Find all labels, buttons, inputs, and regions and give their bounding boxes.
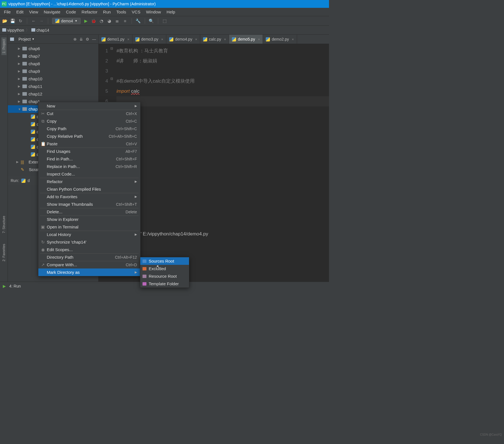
- pycharm-icon: PC: [2, 1, 7, 6]
- titlebar: PC vippython [E:\vippython] - ...\chap14…: [0, 0, 329, 8]
- run-label: Run:: [11, 178, 19, 183]
- menu-file[interactable]: File: [2, 8, 13, 15]
- tab-demo1[interactable]: demo1.py×: [99, 35, 132, 44]
- close-icon[interactable]: ×: [224, 37, 226, 41]
- tree-folder: ▶chap8: [8, 60, 98, 67]
- window-title: vippython [E:\vippython] - ...\chap14\de…: [8, 2, 156, 6]
- menu-help[interactable]: Help: [164, 8, 178, 15]
- collapse-icon[interactable]: ⇊: [80, 37, 83, 41]
- back-icon[interactable]: ←: [31, 18, 36, 24]
- forward-icon[interactable]: →: [39, 18, 44, 24]
- tree-folder: ▶chap9: [8, 67, 98, 75]
- close-icon[interactable]: ×: [292, 37, 294, 41]
- python-icon: [55, 19, 59, 23]
- debug-icon[interactable]: 🐞: [91, 18, 96, 24]
- breadcrumb-sub[interactable]: chap14: [31, 28, 49, 32]
- run-config-selector[interactable]: demo4 ▼: [52, 18, 81, 24]
- close-icon[interactable]: ×: [161, 37, 164, 41]
- close-icon[interactable]: ×: [127, 37, 129, 41]
- close-icon[interactable]: ×: [258, 37, 260, 41]
- ctx-replace-in-path-[interactable]: Replace in Path...Ctrl+Shift+R: [38, 163, 140, 170]
- run-coverage-icon[interactable]: ◔: [99, 18, 104, 24]
- folder-icon: [10, 38, 14, 41]
- menu-navigate[interactable]: Navigate: [41, 8, 62, 15]
- menu-tools[interactable]: Tools: [114, 8, 129, 15]
- run-icon[interactable]: ▶: [83, 18, 88, 24]
- ctx-show-image-thumbnails[interactable]: Show Image ThumbnailsCtrl+Shift+T: [38, 200, 140, 208]
- ctx-show-in-explorer[interactable]: Show in Explorer: [38, 216, 140, 223]
- open-icon[interactable]: 📂: [2, 18, 7, 24]
- menu-window[interactable]: Window: [144, 8, 163, 15]
- ctx-add-to-favorites[interactable]: Add to Favorites▶: [38, 193, 140, 200]
- settings-icon[interactable]: 🔧: [136, 18, 141, 24]
- sync-icon[interactable]: ↻: [18, 18, 23, 24]
- ctx-new[interactable]: New▶: [38, 102, 140, 110]
- ctx-local-history[interactable]: Local History▶: [38, 231, 140, 238]
- tab-demo2[interactable]: demo2.py×: [263, 35, 297, 44]
- breadcrumb-root[interactable]: vippython: [2, 28, 24, 32]
- menu-refactor[interactable]: Refactor: [79, 8, 100, 15]
- ctx-open-in-terminal[interactable]: ▣Open in Terminal: [38, 223, 140, 231]
- ctx-synchronize-chap14-[interactable]: ↻Synchronize 'chap14': [38, 238, 140, 246]
- tool-structure[interactable]: 7: Structure: [2, 215, 6, 234]
- ctx-clean-python-compiled-files[interactable]: Clean Python Compiled Files: [38, 185, 140, 193]
- menu-run[interactable]: Run: [101, 8, 113, 15]
- ctx-copy[interactable]: ⧉CopyCtrl+C: [38, 117, 140, 125]
- subctx-resource-root[interactable]: Resource Root: [140, 272, 189, 280]
- menu-view[interactable]: View: [27, 8, 40, 15]
- tab-demo4[interactable]: demo4.py×: [166, 35, 200, 44]
- ctx-edit-scopes-[interactable]: ◉Edit Scopes...: [38, 246, 140, 253]
- run-tool-button[interactable]: ▶: [3, 284, 6, 288]
- menu-vcs[interactable]: VCS: [130, 8, 143, 15]
- ctx-compare-with-[interactable]: ↗Compare With...Ctrl+D: [38, 261, 140, 268]
- ctx-cut[interactable]: ✂CutCtrl+X: [38, 110, 140, 117]
- menu-code[interactable]: Code: [64, 8, 78, 15]
- profile-icon[interactable]: ◕: [107, 18, 112, 24]
- mark-directory-submenu[interactable]: Sources RootExcludedResource RootTemplat…: [140, 257, 189, 288]
- chevron-right-icon: 〉: [26, 28, 30, 33]
- concurrency-icon[interactable]: ≣: [115, 18, 120, 24]
- ctx-find-in-path-[interactable]: Find in Path...Ctrl+Shift+F: [38, 155, 140, 163]
- subctx-excluded[interactable]: Excluded: [140, 265, 189, 272]
- structure-icon[interactable]: ⬚: [162, 18, 167, 24]
- ctx-find-usages[interactable]: Find UsagesAlt+F7: [38, 148, 140, 155]
- ctx-mark-directory-as[interactable]: Mark Directory as▶: [38, 268, 140, 276]
- ctx-paste[interactable]: 📋PasteCtrl+V: [38, 140, 140, 148]
- tab-demo3[interactable]: demo3.py×: [132, 35, 166, 44]
- ctx-refactor[interactable]: Refactor▶: [38, 178, 140, 185]
- ctx-copy-relative-path[interactable]: Copy Relative PathCtrl+Alt+Shift+C: [38, 132, 140, 140]
- hide-icon[interactable]: —: [92, 37, 96, 41]
- search-icon[interactable]: 🔍: [149, 18, 154, 24]
- ctx-directory-path[interactable]: Directory PathCtrl+Alt+F12: [38, 253, 140, 261]
- close-icon[interactable]: ×: [195, 37, 197, 41]
- subctx-template-folder[interactable]: Template Folder: [140, 280, 189, 288]
- save-icon[interactable]: 💾: [10, 18, 15, 24]
- menu-edit[interactable]: Edit: [14, 8, 26, 15]
- tool-favorites[interactable]: 2: Favorites: [2, 243, 6, 263]
- code-content[interactable]: #教育机构 ：马士兵教育 #讲 师：杨淑娟 #在demo5中导入calc自定义模…: [115, 44, 329, 227]
- run-tool-label[interactable]: 4: Run: [9, 284, 21, 288]
- tree-folder: ▶chap10: [8, 75, 98, 83]
- run-target: d: [28, 178, 30, 183]
- ctx-delete-[interactable]: Delete...Delete: [38, 208, 140, 216]
- tree-folder: ▶chap6: [8, 45, 98, 52]
- context-menu[interactable]: New▶✂CutCtrl+X⧉CopyCtrl+CCopy PathCtrl+S…: [38, 102, 141, 276]
- ctx-copy-path[interactable]: Copy PathCtrl+Shift+C: [38, 125, 140, 132]
- run-config-label: demo4: [61, 19, 73, 23]
- subctx-sources-root[interactable]: Sources Root: [140, 257, 189, 265]
- tree-folder: ▶chap11: [8, 83, 98, 90]
- stop-icon[interactable]: ■: [123, 18, 128, 24]
- tool-project[interactable]: 1: Project: [1, 38, 6, 55]
- separator: [48, 18, 48, 24]
- gear-icon[interactable]: ⚙: [86, 37, 89, 41]
- separator: [132, 18, 132, 24]
- ctx-inspect-code-[interactable]: Inspect Code...: [38, 170, 140, 178]
- locate-icon[interactable]: ⊕: [73, 37, 77, 41]
- tab-demo5[interactable]: demo5.py×: [229, 35, 263, 44]
- breadcrumb: vippython 〉 chap14: [0, 26, 329, 35]
- sidebar-header: Project ▼ ⊕ ⇊ ⚙ —: [8, 35, 98, 44]
- editor-tabs: demo1.py× demo3.py× demo4.py× calc.py× d…: [99, 35, 329, 44]
- separator: [158, 18, 158, 24]
- tab-calc[interactable]: calc.py×: [200, 35, 229, 44]
- project-view-selector[interactable]: Project ▼: [17, 36, 36, 42]
